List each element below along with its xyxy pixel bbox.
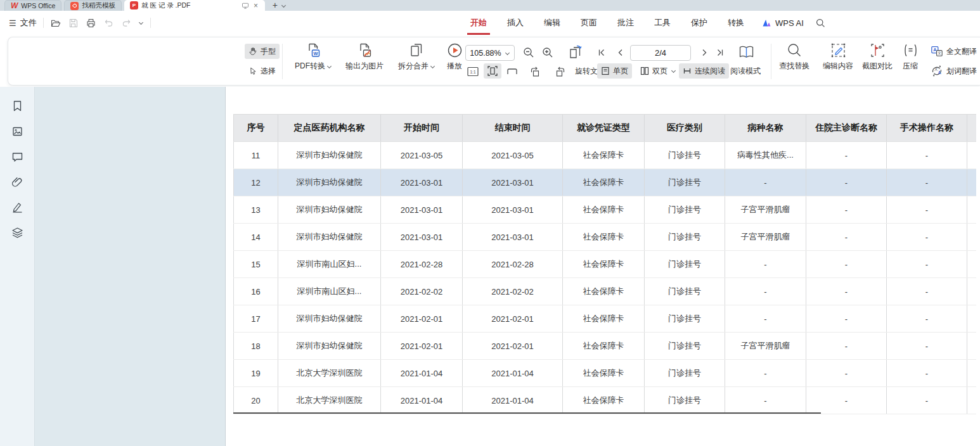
table-cell: 门诊挂号: [644, 142, 725, 169]
previous-page-icon[interactable]: [616, 48, 625, 57]
rotate-right-icon[interactable]: [554, 65, 567, 78]
table-row[interactable]: 13深圳市妇幼保健院2021-03-012021-03-01社会保障卡门诊挂号子…: [233, 196, 976, 224]
file-menu-button[interactable]: ☰ 文件: [9, 17, 37, 29]
window-tab-bar: W WPS Office 找稻壳模板 P 就 医 记 录 .PDF × +: [0, 0, 980, 11]
menu-tab-wps-ai[interactable]: WPS AI: [754, 11, 811, 35]
select-tool-button[interactable]: 选择: [245, 63, 280, 79]
table-cell: -: [725, 360, 806, 386]
zoom-value: 105.88%: [470, 49, 501, 58]
single-page-button[interactable]: 单页: [597, 63, 632, 79]
zoom-level-select[interactable]: 105.88%: [465, 45, 515, 61]
table-row[interactable]: 11深圳市妇幼保健院2021-03-052021-03-05社会保障卡门诊挂号病…: [233, 142, 976, 169]
tab-docer-templates[interactable]: 找稻壳模板: [64, 0, 122, 11]
table-cell: 社会保障卡: [562, 251, 644, 277]
close-icon[interactable]: ×: [252, 1, 259, 10]
last-page-icon[interactable]: [716, 48, 725, 57]
open-folder-icon[interactable]: [50, 18, 61, 29]
table-cell: -: [806, 360, 886, 386]
undo-icon[interactable]: [103, 18, 114, 29]
table-cell-partial: [967, 305, 976, 332]
zoom-in-icon[interactable]: [541, 46, 554, 59]
attachment-icon[interactable]: [11, 176, 23, 188]
full-translate-button[interactable]: A文 全文翻译: [927, 44, 980, 59]
continuous-read-button[interactable]: 连续阅读: [679, 63, 729, 79]
table-cell: 门诊挂号: [644, 333, 725, 359]
table-cell: -: [886, 278, 967, 305]
menu-tab-page[interactable]: 页面: [571, 11, 607, 35]
table-cell: 社会保障卡: [562, 360, 644, 386]
table-cell: 2021-02-01: [462, 333, 562, 359]
word-translate-button[interactable]: 文A 划词翻译: [927, 63, 980, 79]
layers-icon[interactable]: [11, 227, 23, 239]
zoom-out-icon[interactable]: [522, 46, 535, 59]
read-mode-button[interactable]: 阅读模式: [726, 63, 764, 79]
pdf-convert-button[interactable]: W PDF转换: [289, 42, 337, 72]
table-row[interactable]: 19北京大学深圳医院2021-01-042021-01-04社会保障卡门诊挂号-…: [233, 360, 976, 387]
menu-tab-tools[interactable]: 工具: [644, 11, 681, 35]
save-icon[interactable]: [68, 18, 79, 29]
redo-icon[interactable]: [121, 18, 132, 29]
find-replace-button[interactable]: 查找替换: [775, 42, 813, 72]
table-row[interactable]: 20北京大学深圳医院2021-01-042021-01-04社会保障卡门诊挂号-…: [233, 387, 976, 414]
compress-button[interactable]: 压缩: [897, 42, 924, 72]
fit-width-icon[interactable]: [506, 65, 519, 78]
export-image-button[interactable]: 输出为图片: [339, 42, 390, 72]
play-button[interactable]: 播放: [442, 42, 467, 72]
tab-medical-record-pdf[interactable]: P 就 医 记 录 .PDF ×: [124, 0, 265, 11]
table-cell: 深圳市妇幼保健院: [278, 224, 380, 250]
menu-tab-edit[interactable]: 编辑: [534, 11, 571, 35]
screenshot-compare-button[interactable]: 截图对比: [858, 42, 897, 72]
bookmark-icon[interactable]: [11, 100, 23, 112]
svg-text:W: W: [313, 51, 318, 56]
continuous-read-icon: [683, 67, 692, 75]
table-cell: 20: [233, 387, 278, 414]
table-cell: 2021-01-04: [380, 387, 462, 414]
table-cell: 2021-03-01: [380, 224, 462, 250]
table-cell: 2021-02-01: [462, 305, 562, 332]
menu-tab-protect[interactable]: 保护: [681, 11, 718, 35]
rotate-left-icon[interactable]: [529, 65, 541, 78]
svg-text:文: 文: [938, 51, 941, 55]
table-cell: -: [886, 333, 967, 359]
table-cell: -: [725, 387, 806, 414]
table-cell-partial: [967, 169, 976, 196]
table-row[interactable]: 12深圳市妇幼保健院2021-03-012021-03-01社会保障卡门诊挂号-…: [233, 169, 976, 196]
quick-tools-chevron-icon[interactable]: [139, 20, 144, 25]
split-merge-button[interactable]: 拆分合并: [392, 42, 441, 72]
read-mode-book-icon[interactable]: [738, 44, 755, 61]
tab-list-chevron-icon[interactable]: [281, 3, 287, 8]
fit-page-button[interactable]: [484, 63, 501, 79]
roaming-monitor-icon[interactable]: [242, 2, 249, 10]
print-icon[interactable]: [86, 18, 96, 29]
hand-tool-button[interactable]: 手型: [245, 44, 280, 59]
thumbnail-icon[interactable]: [11, 125, 23, 137]
actual-size-icon[interactable]: 1:1: [467, 65, 479, 78]
tab-wps-office[interactable]: W WPS Office: [4, 0, 61, 11]
first-page-icon[interactable]: [597, 48, 606, 57]
table-cell: -: [725, 305, 806, 332]
edit-content-button[interactable]: 编辑内容: [818, 42, 858, 72]
comment-icon[interactable]: [11, 151, 23, 163]
table-cell: 2021-02-28: [462, 251, 562, 277]
table-row[interactable]: 17深圳市妇幼保健院2021-02-012021-02-01社会保障卡门诊挂号-…: [233, 305, 976, 333]
column-header: 医疗类别: [644, 115, 725, 141]
table-row[interactable]: 15深圳市南山区妇...2021-02-282021-02-28社会保障卡门诊挂…: [233, 251, 976, 278]
menu-tab-home[interactable]: 开始: [460, 11, 497, 35]
table-cell: 门诊挂号: [644, 278, 725, 305]
table-row[interactable]: 14深圳市妇幼保健院2021-03-012021-03-01社会保障卡门诊挂号子…: [233, 224, 976, 251]
medical-records-table: 序号定点医药机构名称开始时间结束时间就诊凭证类型医疗类别病种名称住院主诊断名称手…: [233, 114, 976, 414]
signature-pen-icon[interactable]: [11, 201, 23, 213]
hand-tool-label: 手型: [261, 46, 276, 57]
next-page-icon[interactable]: [700, 48, 709, 57]
double-page-button[interactable]: 双页: [636, 63, 680, 79]
rotate-pages-icon[interactable]: [567, 44, 584, 61]
table-row[interactable]: 18深圳市妇幼保健院2021-02-012021-02-01社会保障卡门诊挂号子…: [233, 333, 976, 360]
select-tool-label: 选择: [261, 66, 276, 77]
page-number-input[interactable]: 2/4: [630, 45, 691, 61]
new-tab-button[interactable]: +: [270, 0, 280, 10]
menu-tab-insert[interactable]: 插入: [497, 11, 534, 35]
menu-tab-convert[interactable]: 转换: [718, 11, 754, 35]
menu-tab-comment[interactable]: 批注: [607, 11, 644, 35]
search-icon[interactable]: [815, 18, 826, 29]
table-row[interactable]: 16深圳市南山区妇...2021-02-022021-02-02社会保障卡门诊挂…: [233, 278, 976, 305]
